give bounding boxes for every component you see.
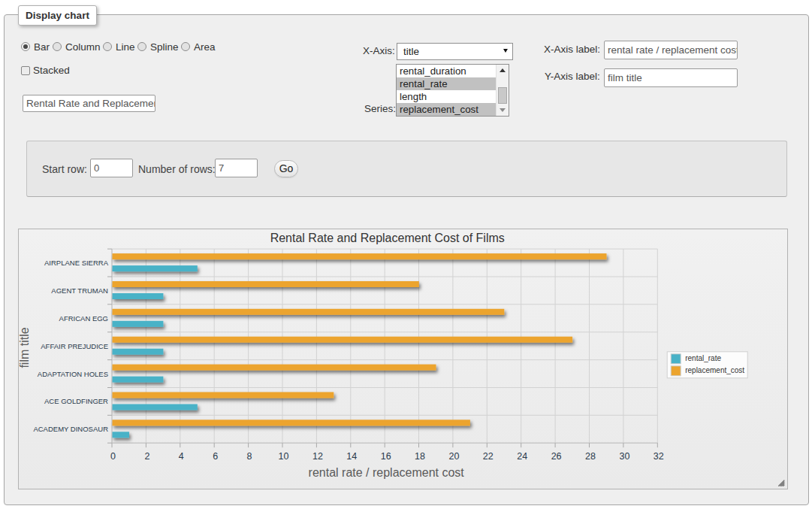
svg-text:20: 20 <box>448 451 459 462</box>
svg-text:0: 0 <box>110 451 116 462</box>
svg-text:32: 32 <box>654 451 664 462</box>
svg-text:2: 2 <box>144 451 149 462</box>
svg-text:18: 18 <box>415 451 425 462</box>
svg-text:28: 28 <box>585 451 596 462</box>
svg-text:14: 14 <box>346 451 357 462</box>
svg-text:film title: film title <box>19 327 31 368</box>
svg-text:22: 22 <box>483 451 494 462</box>
svg-text:AFRICAN EGG: AFRICAN EGG <box>59 314 108 323</box>
svg-text:ACADEMY DINOSAUR: ACADEMY DINOSAUR <box>33 425 108 433</box>
svg-text:AIRPLANE SIERRA: AIRPLANE SIERRA <box>44 259 109 267</box>
svg-text:AFFAIR PREJUDICE: AFFAIR PREJUDICE <box>41 342 108 350</box>
svg-text:rental_rate: rental_rate <box>685 354 721 362</box>
svg-text:8: 8 <box>247 451 252 462</box>
svg-text:ACE GOLDFINGER: ACE GOLDFINGER <box>44 397 108 405</box>
svg-text:16: 16 <box>381 451 391 462</box>
svg-text:rental rate / replacement cost: rental rate / replacement cost <box>309 466 465 479</box>
svg-text:26: 26 <box>551 451 562 462</box>
svg-text:10: 10 <box>279 451 289 462</box>
svg-text:Rental Rate and Replacement Co: Rental Rate and Replacement Cost of Film… <box>270 232 505 244</box>
svg-text:30: 30 <box>619 451 629 462</box>
svg-text:AGENT TRUMAN: AGENT TRUMAN <box>51 286 108 295</box>
svg-text:6: 6 <box>213 451 218 462</box>
svg-text:24: 24 <box>517 451 527 462</box>
svg-text:replacement_cost: replacement_cost <box>685 366 744 374</box>
svg-text:4: 4 <box>179 451 184 462</box>
svg-text:ADAPTATION HOLES: ADAPTATION HOLES <box>38 370 108 378</box>
svg-text:12: 12 <box>312 451 323 462</box>
